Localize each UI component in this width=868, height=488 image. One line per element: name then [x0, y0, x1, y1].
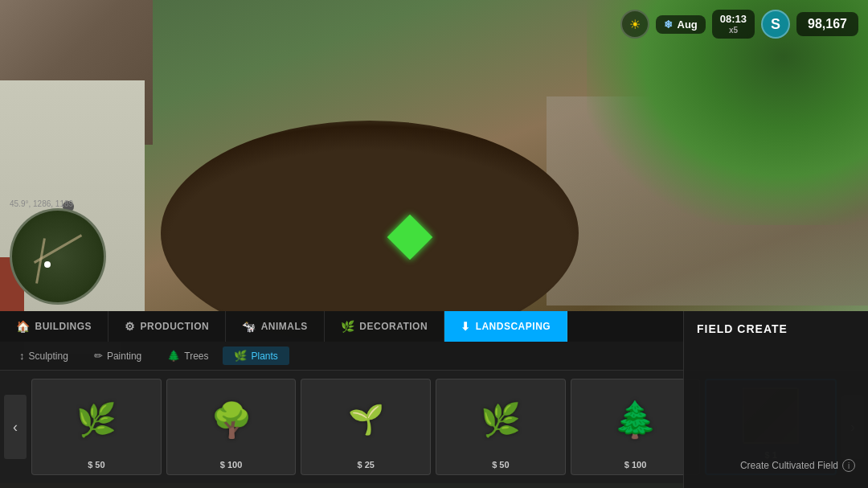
item-price-4: $ 50	[492, 460, 509, 470]
info-icon[interactable]: i	[842, 459, 855, 472]
plant-icon-5: 🌲	[613, 399, 657, 441]
subtab-plants-label: Plants	[251, 351, 277, 362]
subtab-sculpting-label: Sculpting	[29, 351, 68, 362]
tab-decoration-label: DECORATION	[359, 321, 428, 332]
chevron-left-icon: ‹	[13, 419, 18, 436]
game-speed: x5	[729, 26, 738, 35]
plant-icon-1: 🌿	[76, 401, 117, 439]
tab-landscaping[interactable]: ⬇ LANDSCAPING	[444, 311, 567, 342]
subtab-trees[interactable]: 🌲 Trees	[156, 347, 219, 365]
weather-icon[interactable]: ☀	[620, 10, 649, 39]
item-card-4[interactable]: 🌿 $ 50	[436, 379, 566, 475]
field-create-title: FIELD CREATE	[697, 322, 855, 335]
create-field-label: Create Cultivated Field	[740, 460, 838, 471]
item-preview-4: 🌿	[436, 379, 565, 460]
item-price-3: $ 25	[357, 460, 374, 470]
sun-icon: ☀	[629, 17, 641, 32]
decoration-icon: 🌿	[341, 320, 355, 333]
item-preview-5: 🌲	[571, 379, 700, 460]
subtab-sculpting[interactable]: ↕ Sculpting	[8, 347, 80, 365]
item-preview-3: 🌱	[301, 379, 430, 460]
item-preview-2: 🌳	[167, 379, 296, 460]
tab-decoration[interactable]: 🌿 DECORATION	[325, 311, 444, 342]
tab-animals-label: ANIMALS	[261, 321, 308, 332]
item-card-3[interactable]: 🌱 $ 25	[301, 379, 431, 475]
carousel-prev-button[interactable]: ‹	[4, 395, 27, 459]
landscaping-icon: ⬇	[461, 320, 471, 333]
subtab-painting-label: Painting	[107, 351, 141, 362]
currency-icon: S	[761, 10, 790, 39]
item-card-5[interactable]: 🌲 $ 100	[571, 379, 701, 475]
tab-buildings-label: BUILDINGS	[35, 321, 92, 332]
item-price-1: $ 50	[88, 460, 104, 470]
animals-icon: 🐄	[242, 320, 256, 333]
subtab-painting[interactable]: ✏ Painting	[83, 347, 153, 365]
painting-icon: ✏	[94, 350, 103, 362]
plant-icon-3: 🌱	[348, 403, 384, 437]
minimap-player-dot	[44, 261, 51, 268]
time-display: 08:13 x5	[712, 10, 755, 39]
plant-icon-2: 🌳	[211, 400, 252, 440]
plant-icon-4: 🌿	[481, 401, 521, 439]
item-price-2: $ 100	[220, 460, 243, 470]
item-card-2[interactable]: 🌳 $ 100	[166, 379, 297, 475]
subtab-trees-label: Trees	[184, 351, 208, 362]
hud-top-bar: ☀ ❄ Aug 08:13 x5 S 98,167	[620, 10, 858, 39]
tab-buildings[interactable]: 🏠 BUILDINGS	[0, 311, 108, 342]
production-icon: ⚙	[125, 320, 136, 333]
item-card-1[interactable]: 🌿 $ 50	[31, 379, 162, 475]
tab-production-label: PRODUCTION	[141, 321, 210, 332]
item-preview-1: 🌿	[32, 379, 161, 460]
snowflake-icon: ❄	[664, 18, 673, 31]
minimap-coords: 45.9°, 1286, 1189	[10, 199, 73, 208]
season-month-display: ❄ Aug	[656, 15, 706, 34]
minimap[interactable]	[10, 208, 106, 305]
item-price-5: $ 100	[624, 460, 647, 470]
sculpting-icon: ↕	[19, 350, 25, 362]
tab-animals[interactable]: 🐄 ANIMALS	[226, 311, 325, 342]
tab-landscaping-label: LANDSCAPING	[476, 321, 551, 332]
trees-icon: 🌲	[167, 350, 180, 362]
subtab-plants[interactable]: 🌿 Plants	[223, 347, 289, 365]
minimap-content	[12, 211, 104, 302]
plants-icon: 🌿	[234, 350, 247, 362]
create-cultivated-field-button[interactable]: Create Cultivated Field i	[740, 459, 855, 472]
buildings-icon: 🏠	[16, 320, 31, 333]
month-label: Aug	[678, 18, 698, 31]
time-value: 08:13	[720, 13, 747, 26]
money-display: 98,167	[796, 12, 858, 36]
right-panel-field-create: FIELD CREATE Create Cultivated Field i	[683, 311, 868, 488]
tab-production[interactable]: ⚙ PRODUCTION	[108, 311, 226, 342]
